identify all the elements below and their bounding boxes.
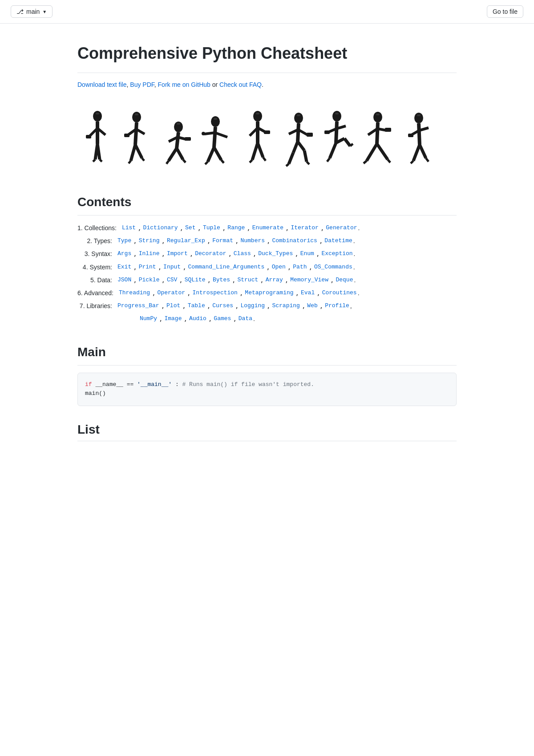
contents-divider xyxy=(77,215,457,215)
link-json[interactable]: JSON xyxy=(117,275,131,286)
svg-rect-72 xyxy=(324,130,330,134)
link-curses[interactable]: Curses xyxy=(212,301,233,312)
link-inline[interactable]: Inline xyxy=(139,248,160,260)
dropdown-arrow-icon: ▼ xyxy=(42,9,47,14)
link-decorator[interactable]: Decorator xyxy=(195,248,226,260)
code-equals: == xyxy=(127,381,137,388)
link-range[interactable]: Range xyxy=(227,223,245,234)
link-threading[interactable]: Threading xyxy=(119,288,150,299)
link-struct[interactable]: Struct xyxy=(237,275,258,286)
link-array[interactable]: Array xyxy=(266,275,283,286)
row-num-extra xyxy=(77,313,117,325)
link-class[interactable]: Class xyxy=(234,248,251,260)
svg-rect-41 xyxy=(256,113,259,114)
period: . xyxy=(262,81,263,88)
svg-line-34 xyxy=(215,133,227,137)
link-print[interactable]: Print xyxy=(139,262,156,273)
goto-file-button[interactable]: Go to file xyxy=(487,5,523,18)
link-os-commands[interactable]: OS_Commands xyxy=(314,262,352,273)
link-datetime[interactable]: Datetime xyxy=(324,236,352,247)
link-audio[interactable]: Audio xyxy=(189,313,206,325)
svg-rect-9 xyxy=(86,135,91,138)
link-enumerate[interactable]: Enumerate xyxy=(252,223,283,234)
row-num-4: 4. System: xyxy=(77,262,117,273)
svg-line-37 xyxy=(205,162,208,164)
link-regular-exp[interactable]: Regular_Exp xyxy=(167,236,205,247)
contents-row-advanced: 6. Advanced: Threading, Operator, Intros… xyxy=(77,288,457,299)
link-path[interactable]: Path xyxy=(293,262,307,273)
svg-rect-1 xyxy=(96,113,99,114)
link-numpy[interactable]: NumPy xyxy=(140,313,157,325)
figure-6 xyxy=(278,104,318,175)
link-table[interactable]: Table xyxy=(188,301,205,312)
branch-selector[interactable]: ⎇ main ▼ xyxy=(11,5,53,18)
link-data[interactable]: Data xyxy=(239,313,252,325)
list-section-title: List xyxy=(77,420,457,439)
link-duck-types[interactable]: Duck_Types xyxy=(258,248,293,260)
figure-8 xyxy=(358,104,398,175)
link-string[interactable]: String xyxy=(139,236,160,247)
svg-rect-19 xyxy=(124,134,129,137)
link-memory-view[interactable]: Memory_View xyxy=(290,275,328,286)
buy-pdf-link[interactable]: Buy PDF xyxy=(130,81,154,88)
svg-line-16 xyxy=(135,145,142,158)
link-enum[interactable]: Enum xyxy=(300,248,314,260)
link-eval[interactable]: Eval xyxy=(301,288,315,299)
link-image[interactable]: Image xyxy=(164,313,182,325)
link-exit[interactable]: Exit xyxy=(117,262,131,273)
svg-rect-21 xyxy=(177,123,180,125)
link-numbers[interactable]: Numbers xyxy=(240,236,265,247)
link-pickle[interactable]: Pickle xyxy=(139,275,160,286)
or-text: or xyxy=(210,81,219,88)
faq-link[interactable]: Check out FAQ xyxy=(219,81,262,88)
link-csv[interactable]: CSV xyxy=(167,275,177,286)
svg-line-36 xyxy=(214,147,221,160)
link-web[interactable]: Web xyxy=(307,301,317,312)
row-num-6: 6. Advanced: xyxy=(77,288,119,299)
svg-line-58 xyxy=(304,150,307,162)
svg-point-10 xyxy=(132,112,141,122)
fork-github-link[interactable]: Fork me on GitHub xyxy=(158,81,210,88)
link-operator[interactable]: Operator xyxy=(158,288,185,299)
svg-point-73 xyxy=(373,112,382,122)
svg-line-38 xyxy=(221,160,224,163)
link-metaprograming[interactable]: Metaprograming xyxy=(245,288,293,299)
row-num-1: 1. Collections: xyxy=(77,223,122,234)
link-input[interactable]: Input xyxy=(163,262,181,273)
link-open[interactable]: Open xyxy=(272,262,286,273)
hero-image xyxy=(77,104,457,175)
link-args[interactable]: Args xyxy=(117,248,131,260)
link-iterator[interactable]: Iterator xyxy=(291,223,318,234)
link-sqlite[interactable]: SQLite xyxy=(185,275,206,286)
link-bytes[interactable]: Bytes xyxy=(213,275,230,286)
download-text-link[interactable]: Download text file xyxy=(77,81,127,88)
svg-line-56 xyxy=(289,153,293,164)
svg-line-79 xyxy=(377,144,388,159)
link-type[interactable]: Type xyxy=(117,236,131,247)
contents-row-libraries: 7. Libraries: Progress_Bar, Plot, Table,… xyxy=(77,301,457,312)
link-games[interactable]: Games xyxy=(214,313,231,325)
main-divider xyxy=(77,365,457,366)
link-introspection[interactable]: Introspection xyxy=(192,288,237,299)
link-progress-bar[interactable]: Progress_Bar xyxy=(117,301,159,312)
code-line-1: if __name__ == '__main__' : # Runs main(… xyxy=(85,380,449,390)
link-logging[interactable]: Logging xyxy=(240,301,265,312)
link-list[interactable]: List xyxy=(122,223,136,234)
link-scraping[interactable]: Scraping xyxy=(272,301,299,312)
link-combinatorics[interactable]: Combinatorics xyxy=(272,236,317,247)
link-profile[interactable]: Profile xyxy=(325,301,349,312)
link-deque[interactable]: Deque xyxy=(336,275,353,286)
link-format[interactable]: Format xyxy=(212,236,233,247)
link-exception[interactable]: Exception xyxy=(321,248,352,260)
link-import[interactable]: Import xyxy=(167,248,188,260)
link-set[interactable]: Set xyxy=(185,223,195,234)
advanced-links: Threading, Operator, Introspection, Meta… xyxy=(119,288,457,299)
link-plot[interactable]: Plot xyxy=(166,301,180,312)
link-dictionary[interactable]: Dictionary xyxy=(143,223,178,234)
link-coroutines[interactable]: Coroutines xyxy=(322,288,357,299)
link-tuple[interactable]: Tuple xyxy=(203,223,220,234)
link-generator[interactable]: Generator xyxy=(326,223,357,234)
link-command-line[interactable]: Command_Line_Arguments xyxy=(188,262,265,273)
contents-row-collections: 1. Collections: List, Dictionary, Set, T… xyxy=(77,223,457,234)
main-section-title: Main xyxy=(77,343,457,362)
